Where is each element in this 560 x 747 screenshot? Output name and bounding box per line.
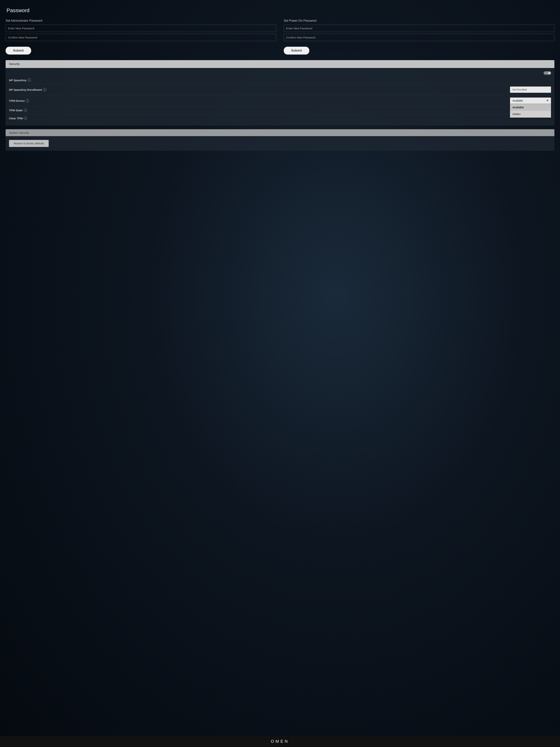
poweron-confirm-password-input[interactable] xyxy=(284,34,554,41)
page-title: Password xyxy=(6,7,554,14)
admin-section-label: Set Administrator Password xyxy=(6,19,276,22)
toggle-row xyxy=(9,70,551,76)
system-security-body: Restore to factory defaults xyxy=(6,136,554,151)
system-security-header: System Security xyxy=(6,129,554,136)
security-panel-header: Security xyxy=(6,60,554,68)
clear-tpm-info-icon[interactable]: i xyxy=(24,117,27,120)
admin-confirm-password-input[interactable] xyxy=(6,34,276,41)
dropdown-option-hidden[interactable]: Hidden xyxy=(510,111,551,118)
poweron-section-label: Set Power-On Password xyxy=(284,19,554,22)
clear-tpm-row: Clear TPM i xyxy=(9,114,551,122)
bottom-bar: OMEN xyxy=(0,736,560,747)
tpm-device-label: TPM Device i xyxy=(9,99,29,102)
security-panel: Security HP SpareKey i HP SpareKey Enrol… xyxy=(6,60,554,126)
tpm-device-row: TPM Device i Available Available Hidden xyxy=(9,95,551,106)
password-section: Set Administrator Password Submit Set Po… xyxy=(6,19,554,54)
system-security-panel: System Security Restore to factory defau… xyxy=(6,129,554,151)
admin-submit-button[interactable]: Submit xyxy=(6,47,31,54)
sparekey-enrollment-info-icon[interactable]: i xyxy=(43,88,46,91)
sparekey-enrollment-label: HP SpareKey Enrollment i xyxy=(9,88,46,91)
tpm-device-dropdown-container: Available Available Hidden xyxy=(510,98,551,104)
tpm-device-dropdown-button[interactable]: Available xyxy=(510,98,551,104)
sparekey-enrollment-row: HP SpareKey Enrollment i Not Enrolled xyxy=(9,84,551,95)
dropdown-option-available[interactable]: Available xyxy=(510,104,551,111)
clear-tpm-label: Clear TPM i xyxy=(9,117,27,120)
admin-enter-password-input[interactable] xyxy=(6,25,276,32)
omen-logo: OMEN xyxy=(271,739,289,744)
sparekey-label: HP SpareKey i xyxy=(9,78,31,82)
poweron-submit-button[interactable]: Submit xyxy=(284,47,309,54)
poweron-enter-password-input[interactable] xyxy=(284,25,554,32)
not-enrolled-value: Not Enrolled xyxy=(510,86,551,93)
sparekey-row: HP SpareKey i xyxy=(9,76,551,84)
tpm-device-dropdown-menu: Available Hidden xyxy=(510,104,551,118)
tpm-state-label: TPM State i xyxy=(9,108,27,112)
sparekey-info-icon[interactable]: i xyxy=(28,78,31,82)
main-screen: Password Set Administrator Password Subm… xyxy=(0,0,560,736)
tpm-state-info-icon[interactable]: i xyxy=(24,108,27,112)
restore-factory-defaults-button[interactable]: Restore to factory defaults xyxy=(9,140,49,147)
toggle-switch[interactable] xyxy=(543,71,551,75)
tpm-device-selected-value: Available xyxy=(512,99,523,102)
admin-password-column: Set Administrator Password Submit xyxy=(6,19,276,54)
security-panel-body: HP SpareKey i HP SpareKey Enrollment i N… xyxy=(6,68,554,126)
tpm-state-row: TPM State i xyxy=(9,106,551,114)
poweron-password-column: Set Power-On Password Submit xyxy=(284,19,554,54)
dropdown-arrow-icon xyxy=(546,100,549,101)
tpm-device-info-icon[interactable]: i xyxy=(26,99,29,102)
